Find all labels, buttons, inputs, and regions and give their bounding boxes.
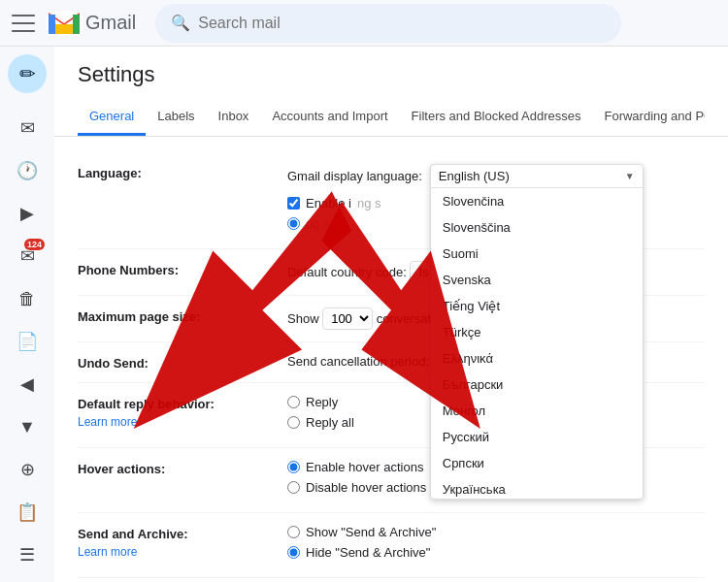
gmail-logo: Gmail — [47, 11, 136, 36]
disable-hover-label: Disable hover actions — [306, 480, 426, 495]
reply-label: Default reply behavior: Learn more — [78, 395, 272, 429]
dropdown-item-2[interactable]: Suomi — [431, 241, 643, 267]
sidebar-icon-4[interactable]: 📋 — [8, 493, 47, 532]
reply-option-label: Reply — [306, 395, 338, 409]
gmail-text: Gmail — [85, 12, 136, 34]
settings-title: Settings — [78, 62, 705, 87]
sidebar-icon-5[interactable]: ☰ — [8, 535, 47, 574]
enable-hover-label: Enable hover actions — [306, 460, 423, 474]
tab-filters[interactable]: Filters and Blocked Addresses — [400, 99, 593, 136]
tabs-bar: General Labels Inbox Accounts and Import… — [78, 99, 705, 136]
sidebar-icon-3[interactable]: ⊕ — [8, 450, 47, 489]
language-row: Language: Gmail display language: Englis… — [78, 152, 705, 249]
sidebar-icon-1[interactable]: ◀ — [8, 365, 47, 404]
sidebar-icon-draft[interactable]: ✉ 124 — [8, 237, 47, 275]
rtl-option-label: ng s — [306, 216, 330, 231]
enable-hover-radio[interactable] — [287, 461, 300, 473]
send-archive-learn-more[interactable]: Learn more — [78, 545, 272, 559]
dropdown-item-4[interactable]: Tiếng Việt — [431, 293, 643, 319]
country-code-label: Default country code: — [287, 265, 407, 279]
dropdown-item-8[interactable]: Монгол — [431, 398, 643, 424]
search-input[interactable] — [198, 15, 606, 32]
display-language-label: Gmail display language: — [287, 169, 422, 183]
dropdown-list[interactable]: Slovenčina Slovenščina Suomi Svenska Tiế… — [431, 188, 643, 499]
sidebar-icon-clock[interactable]: 🕐 — [8, 151, 47, 190]
show-label: Show — [287, 311, 319, 326]
show-send-archive-radio[interactable] — [287, 526, 300, 538]
dropdown-item-0[interactable]: Slovenčina — [431, 188, 643, 214]
dropdown-item-10[interactable]: Српски — [431, 450, 643, 476]
tab-forwarding[interactable]: Forwarding and POP/IMAP — [592, 99, 705, 136]
conversations-select[interactable]: 100 25 50 — [322, 307, 373, 330]
svg-rect-3 — [73, 15, 80, 34]
dropdown-arrow-icon: ▼ — [625, 171, 635, 181]
sidebar-icon-sent[interactable]: ▶ — [8, 194, 47, 233]
language-dropdown-wrapper: English (US) English (US) ▼ Slovenčina — [430, 164, 624, 188]
settings-header: Settings General Labels Inbox Accounts a… — [54, 47, 728, 137]
search-icon: 🔍 — [171, 14, 190, 32]
dropdown-item-5[interactable]: Türkçe — [431, 319, 643, 345]
dropdown-item-11[interactable]: Українська — [431, 476, 643, 499]
hamburger-menu[interactable] — [12, 12, 35, 35]
cancellation-label: Send cancellation period: — [287, 354, 429, 369]
show-send-archive-label: Show "Send & Archive" — [306, 525, 436, 539]
tab-labels[interactable]: Labels — [146, 99, 206, 136]
dropdown-item-7[interactable]: Български — [431, 372, 643, 398]
send-archive-row: Send and Archive: Learn more Show "Send … — [78, 513, 705, 578]
page-size-label: Maximum page size: — [78, 307, 272, 324]
search-box[interactable]: 🔍 — [155, 4, 621, 43]
topbar: Gmail 🔍 — [0, 0, 728, 47]
enable-rtl-label: Enable i — [306, 196, 351, 210]
language-dropdown-open[interactable]: English (US) ▼ Slovenčina Slovenščina Su… — [430, 164, 644, 500]
dropdown-item-1[interactable]: Slovenščina — [431, 214, 643, 241]
hide-send-archive-radio[interactable] — [287, 546, 300, 559]
tab-inbox[interactable]: Inbox — [207, 99, 261, 136]
language-control: Gmail display language: English (US) Eng… — [287, 164, 705, 237]
text-style-row: Default text style: (Use the 'Remove for… — [78, 578, 705, 582]
main-content: Settings General Labels Inbox Accounts a… — [54, 47, 728, 582]
undo-send-label: Undo Send: — [78, 354, 272, 371]
dropdown-item-6[interactable]: Ελληνικά — [431, 345, 643, 372]
enable-rtl-checkbox[interactable] — [287, 197, 300, 210]
dropdown-item-9[interactable]: Русский — [431, 424, 643, 450]
settings-content: Language: Gmail display language: Englis… — [54, 137, 728, 582]
tab-general[interactable]: General — [78, 99, 146, 136]
reply-option-radio[interactable] — [287, 396, 300, 408]
compose-button[interactable]: ✏ — [8, 54, 47, 93]
rtl-option-radio[interactable] — [287, 217, 300, 230]
enable-rtl-label-partial: ng s — [357, 196, 381, 210]
dropdown-current-value: English (US) — [439, 169, 621, 183]
send-archive-label: Send and Archive: Learn more — [78, 525, 272, 559]
language-label: Language: — [78, 164, 272, 180]
sidebar: ✏ ✉ 🕐 ▶ ✉ 124 🗑 📄 ◀ ▼ ⊕ 📋 ☰ — [0, 47, 54, 582]
disable-hover-radio[interactable] — [287, 481, 300, 494]
svg-rect-2 — [49, 15, 55, 34]
sidebar-icon-doc[interactable]: 📄 — [8, 322, 47, 361]
draft-badge: 124 — [24, 239, 45, 250]
hover-actions-label: Hover actions: — [78, 460, 272, 476]
reply-all-label: Reply all — [306, 415, 354, 430]
reply-learn-more[interactable]: Learn more — [78, 415, 272, 429]
sidebar-icon-2[interactable]: ▼ — [8, 407, 47, 446]
phone-label: Phone Numbers: — [78, 261, 272, 277]
sidebar-icon-mail[interactable]: ✉ — [8, 109, 47, 147]
svg-rect-4 — [55, 24, 73, 34]
sidebar-icon-trash[interactable]: 🗑 — [8, 279, 47, 318]
tab-accounts[interactable]: Accounts and Import — [260, 99, 399, 136]
hide-send-archive-label: Hide "Send & Archive" — [306, 545, 430, 560]
dropdown-item-3[interactable]: Svenska — [431, 267, 643, 293]
send-archive-control: Show "Send & Archive" Hide "Send & Archi… — [287, 525, 705, 566]
reply-all-radio[interactable] — [287, 416, 300, 429]
layout: ✏ ✉ 🕐 ▶ ✉ 124 🗑 📄 ◀ ▼ ⊕ 📋 ☰ Settings Gen… — [0, 47, 728, 582]
